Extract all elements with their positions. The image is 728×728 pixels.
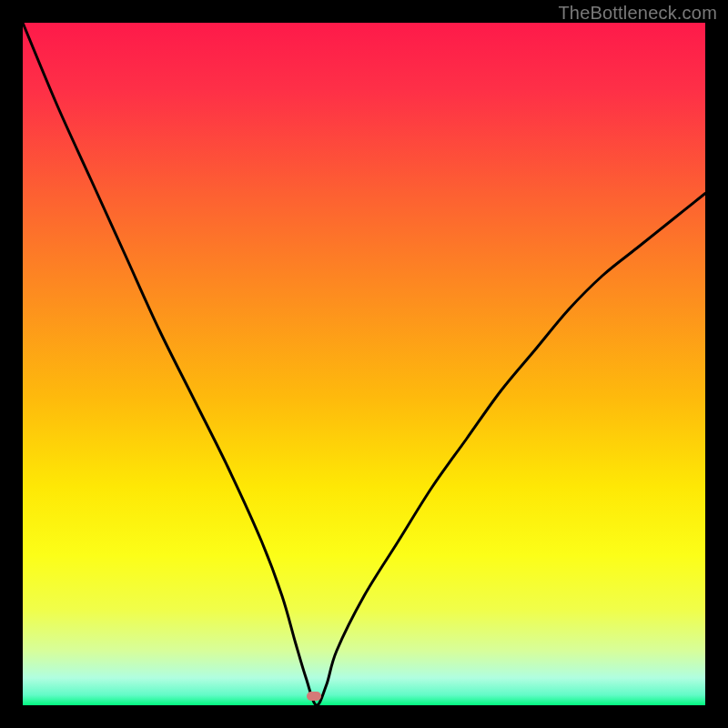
watermark-text: TheBottleneck.com xyxy=(558,3,717,24)
plot-area xyxy=(23,23,705,705)
minimum-marker xyxy=(307,692,321,701)
curve-layer xyxy=(23,23,705,705)
bottleneck-curve xyxy=(23,23,705,705)
chart-frame: TheBottleneck.com xyxy=(0,0,728,728)
